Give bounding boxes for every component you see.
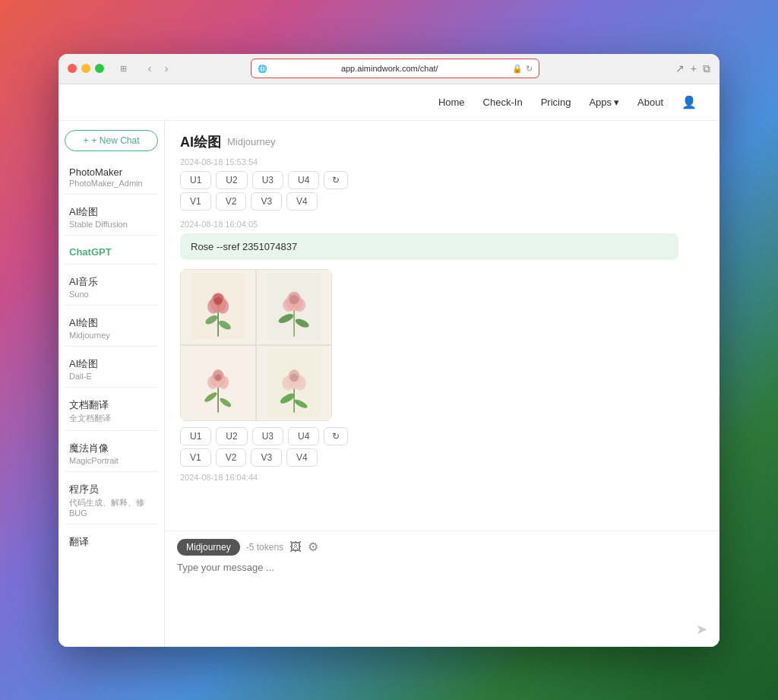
timestamp-3: 2024-08-18 16:04:44 bbox=[180, 473, 704, 482]
sidebar-item-ai-draw-mj-title: AI绘图 bbox=[69, 316, 153, 330]
image-cell-2[interactable] bbox=[256, 269, 332, 345]
u1-button[interactable]: U1 bbox=[180, 171, 211, 189]
v2-button[interactable]: V2 bbox=[216, 192, 247, 211]
share-icon[interactable]: ↗ bbox=[675, 62, 685, 74]
sidebar-item-programmer[interactable]: 程序员 代码生成、解释、修BUG bbox=[65, 477, 158, 519]
settings-icon[interactable]: ⚙ bbox=[308, 540, 318, 554]
sidebar-divider-1 bbox=[65, 194, 158, 195]
sidebar-item-magic-portrait[interactable]: 魔法肖像 MagicPortrait bbox=[65, 436, 158, 467]
chat-header: AI绘图 Midjourney bbox=[165, 121, 719, 157]
image-v2-button[interactable]: V2 bbox=[216, 448, 247, 467]
chat-title: AI绘图 bbox=[180, 133, 221, 151]
browser-window: ⊞ ‹ › 🌐 app.aimindwork.com/chat/ 🔒 ↻ ↗ +… bbox=[59, 54, 719, 647]
maximize-button[interactable] bbox=[95, 64, 104, 73]
sidebar-item-photomaker-subtitle: PhotoMaker_Admin bbox=[69, 179, 153, 188]
image-cell-3[interactable] bbox=[180, 345, 256, 421]
message-block-1: 2024-08-18 15:53:54 U1 U2 U3 U4 ↻ V1 V2 … bbox=[180, 157, 704, 211]
sidebar-item-ai-draw-mj[interactable]: AI绘图 Midjourney bbox=[65, 310, 158, 341]
sidebar-item-magic-portrait-title: 魔法肖像 bbox=[69, 442, 153, 455]
sidebar-item-programmer-subtitle: 代码生成、解释、修BUG bbox=[69, 497, 153, 518]
sidebar-item-ai-draw-dalle-title: AI绘图 bbox=[69, 357, 153, 371]
sidebar-divider-7 bbox=[65, 430, 158, 431]
sidebar-item-magic-portrait-subtitle: MagicPortrait bbox=[69, 456, 153, 465]
nav-apps[interactable]: Apps ▾ bbox=[589, 97, 619, 108]
message-input[interactable] bbox=[177, 562, 707, 615]
sidebar-item-ai-draw-stable[interactable]: AI绘图 Stable Diffusion bbox=[65, 199, 158, 230]
u3-button[interactable]: U3 bbox=[252, 171, 283, 189]
nav-pricing[interactable]: Pricing bbox=[541, 97, 571, 108]
nav-about[interactable]: About bbox=[637, 97, 663, 108]
sidebar-item-translate[interactable]: 翻译 bbox=[65, 529, 158, 550]
sidebar-item-photomaker[interactable]: PhotoMaker PhotoMaker_Admin bbox=[65, 160, 158, 189]
sidebar-toggle-icon[interactable]: ⊞ bbox=[116, 62, 130, 75]
sidebar-divider-4 bbox=[65, 305, 158, 306]
sidebar: + + New Chat PhotoMaker PhotoMaker_Admin… bbox=[59, 121, 165, 647]
url-display: app.aimindwork.com/chat/ bbox=[271, 64, 508, 73]
sidebar-item-ai-draw-stable-subtitle: Stable Diffusion bbox=[69, 220, 153, 229]
sidebar-item-translate-title: 翻译 bbox=[69, 535, 153, 549]
image-v1-button[interactable]: V1 bbox=[180, 448, 211, 467]
image-v4-button[interactable]: V4 bbox=[286, 448, 318, 467]
image-cell-4[interactable] bbox=[256, 345, 332, 421]
tab-overview-icon[interactable]: ⧉ bbox=[703, 62, 710, 75]
sidebar-item-ai-draw-stable-title: AI绘图 bbox=[69, 205, 153, 219]
sidebar-item-photomaker-title: PhotoMaker bbox=[69, 166, 153, 178]
sidebar-divider-6 bbox=[65, 387, 158, 388]
u4-button[interactable]: U4 bbox=[288, 171, 319, 189]
send-icon[interactable]: ➤ bbox=[696, 621, 707, 638]
sidebar-item-ai-music[interactable]: AI音乐 Suno bbox=[65, 269, 158, 300]
sidebar-item-doc-translate-subtitle: 全文档翻译 bbox=[69, 413, 153, 424]
refresh-icon[interactable]: ↻ bbox=[526, 64, 533, 74]
nav-apps-label: Apps bbox=[589, 97, 612, 108]
image-action-buttons-row1: U1 U2 U3 U4 ↻ bbox=[180, 427, 704, 445]
image-upload-icon[interactable]: 🖼 bbox=[289, 540, 302, 554]
minimize-button[interactable] bbox=[81, 64, 90, 73]
image-u2-button[interactable]: U2 bbox=[216, 427, 247, 445]
sidebar-item-ai-draw-dalle-subtitle: Dall-E bbox=[69, 372, 153, 381]
v1-button[interactable]: V1 bbox=[180, 192, 211, 211]
action-buttons-row1: U1 U2 U3 U4 ↻ bbox=[180, 171, 704, 189]
traffic-lights bbox=[68, 64, 104, 73]
nav-arrows: ‹ › bbox=[142, 61, 174, 76]
chevron-down-icon: ▾ bbox=[614, 97, 619, 108]
image-u3-button[interactable]: U3 bbox=[252, 427, 283, 445]
sidebar-item-chatgpt[interactable]: ChatGPT bbox=[65, 240, 158, 259]
u2-button[interactable]: U2 bbox=[216, 171, 247, 189]
image-v3-button[interactable]: V3 bbox=[251, 448, 282, 467]
plus-icon: + bbox=[83, 135, 88, 146]
address-bar-icons: 🔒 ↻ bbox=[512, 64, 533, 74]
sidebar-item-ai-draw-dalle[interactable]: AI绘图 Dall-E bbox=[65, 351, 158, 382]
nav-checkin[interactable]: Check-In bbox=[483, 97, 523, 108]
model-tag[interactable]: Midjourney bbox=[177, 539, 240, 556]
navbar: Home Check-In Pricing Apps ▾ About 👤 bbox=[59, 84, 719, 121]
sidebar-item-doc-translate[interactable]: 文档翻译 全文档翻译 bbox=[65, 392, 158, 426]
titlebar-right: ↗ + ⧉ bbox=[675, 62, 710, 75]
v3-button[interactable]: V3 bbox=[251, 192, 282, 211]
nav-home[interactable]: Home bbox=[438, 97, 465, 108]
sidebar-divider-5 bbox=[65, 346, 158, 347]
svg-point-8 bbox=[214, 297, 223, 306]
forward-arrow-icon[interactable]: › bbox=[159, 61, 174, 76]
close-button[interactable] bbox=[68, 64, 77, 73]
sidebar-divider-3 bbox=[65, 264, 158, 264]
sidebar-item-ai-draw-mj-subtitle: Midjourney bbox=[69, 331, 153, 340]
sidebar-item-chatgpt-title: ChatGPT bbox=[69, 246, 153, 258]
user-profile-icon[interactable]: 👤 bbox=[682, 95, 697, 109]
image-cell-1[interactable] bbox=[180, 269, 256, 345]
sidebar-divider-2 bbox=[65, 235, 158, 236]
image-refresh-button[interactable]: ↻ bbox=[324, 427, 348, 445]
sidebar-item-doc-translate-title: 文档翻译 bbox=[69, 398, 153, 412]
new-chat-button[interactable]: + + New Chat bbox=[65, 130, 158, 151]
image-u4-button[interactable]: U4 bbox=[288, 427, 319, 445]
address-bar[interactable]: 🌐 app.aimindwork.com/chat/ 🔒 ↻ bbox=[251, 59, 539, 78]
lock-icon: 🔒 bbox=[512, 64, 523, 74]
input-toolbar: Midjourney -5 tokens 🖼 ⚙ bbox=[177, 539, 707, 556]
back-arrow-icon[interactable]: ‹ bbox=[142, 61, 157, 76]
message-block-3: U1 U2 U3 U4 ↻ V1 V2 V3 V4 2024-08-18 16:… bbox=[180, 269, 704, 482]
v4-button[interactable]: V4 bbox=[286, 192, 318, 211]
refresh-u-button[interactable]: ↻ bbox=[324, 171, 348, 189]
add-tab-icon[interactable]: + bbox=[691, 62, 697, 74]
user-message: Rose --sref 2351074837 bbox=[180, 233, 678, 260]
sidebar-item-ai-music-subtitle: Suno bbox=[69, 290, 153, 299]
image-u1-button[interactable]: U1 bbox=[180, 427, 211, 445]
